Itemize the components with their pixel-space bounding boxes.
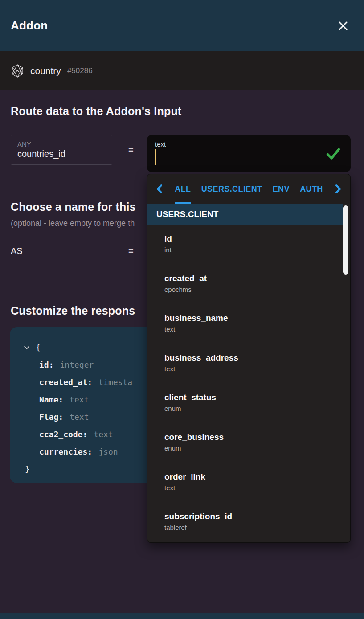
close-brace: }	[25, 464, 30, 474]
field-option-name: id	[164, 234, 350, 244]
schema-field-key: currencies:	[39, 447, 92, 456]
modal-header: Addon	[0, 0, 364, 51]
source-field-label: countries_id	[17, 148, 106, 160]
field-option-name: client_status	[164, 393, 350, 402]
field-option[interactable]: business_name text	[147, 304, 350, 344]
source-type-label: ANY	[17, 140, 106, 149]
tabs-scroll-right-button[interactable]	[333, 174, 343, 204]
field-option-type: epochms	[164, 286, 350, 293]
chevron-right-icon	[333, 184, 343, 194]
schema-field-key: cca2_code:	[39, 430, 87, 439]
close-button[interactable]	[335, 18, 351, 33]
tab-env[interactable]: ENV	[273, 174, 290, 204]
open-brace: {	[36, 343, 41, 352]
value-editor-overlay: text ALL USERS.CLIENT ENV AUTH	[147, 135, 351, 543]
field-option-type: text	[164, 365, 350, 373]
addon-id-badge: #50286	[67, 66, 93, 75]
field-option[interactable]: created_at epochms	[147, 265, 350, 304]
field-option-type: enum	[164, 444, 350, 452]
text-cursor	[155, 149, 156, 165]
field-option[interactable]: subscriptions_id tableref	[147, 503, 350, 542]
field-option-type: int	[164, 246, 350, 254]
field-option-type: text	[164, 484, 350, 492]
field-option-name: core_business	[164, 432, 350, 442]
close-icon	[337, 20, 349, 32]
panel-scrollbar-thumb[interactable]	[343, 205, 348, 275]
tab-auth[interactable]: AUTH	[300, 174, 323, 204]
schema-field-key: Name:	[39, 395, 63, 404]
schema-field-key: id:	[39, 360, 54, 369]
route-data-heading: Route data to the Addon's Input	[11, 105, 353, 118]
variable-picker-panel: ALL USERS.CLIENT ENV AUTH USERS.CLIENT i…	[147, 174, 351, 543]
addon-name: country	[30, 66, 61, 76]
page-title: Addon	[11, 19, 48, 33]
chevron-down-icon	[22, 343, 31, 352]
field-group-header[interactable]: USERS.CLIENT	[147, 204, 343, 225]
schema-field-key: created_at:	[39, 377, 92, 387]
chevron-left-icon	[155, 184, 164, 194]
field-option[interactable]: order_link text	[147, 463, 350, 503]
picker-tabs-bar: ALL USERS.CLIENT ENV AUTH	[147, 174, 350, 204]
schema-field-key: Flag:	[39, 412, 63, 422]
as-label: AS	[11, 246, 112, 256]
field-option-list: id int created_at epochms business_name …	[147, 225, 350, 542]
field-option[interactable]: core_business enum	[147, 423, 350, 463]
schema-field-type: text	[70, 412, 89, 422]
indent-guide-line	[26, 357, 26, 458]
field-option[interactable]: business_address text	[147, 344, 350, 384]
field-option[interactable]: client_status enum	[147, 384, 350, 423]
tab-all[interactable]: ALL	[175, 174, 191, 204]
field-option-type: text	[164, 325, 350, 333]
schema-field-type: text	[94, 430, 113, 439]
equals-sign: =	[128, 246, 134, 256]
input-type-label: text	[155, 140, 343, 148]
field-option-type: enum	[164, 405, 350, 412]
field-option-name: order_link	[164, 472, 350, 482]
valid-check-icon	[326, 147, 341, 160]
source-field-selector[interactable]: ANY countries_id	[11, 135, 112, 165]
field-option-name: business_address	[164, 353, 350, 363]
hexagon-addon-icon	[11, 64, 24, 78]
bottom-bar	[0, 613, 364, 619]
schema-field-type: text	[70, 395, 89, 404]
field-option-name: subscriptions_id	[164, 512, 350, 521]
field-option-name: business_name	[164, 313, 350, 323]
collapse-toggle-button[interactable]	[22, 343, 31, 352]
value-text-input[interactable]: text	[147, 135, 351, 172]
equals-sign: =	[128, 145, 134, 155]
schema-field-type: json	[98, 447, 118, 456]
addon-summary-row: country #50286	[0, 51, 364, 90]
schema-field-type: integer	[60, 360, 94, 369]
tab-users-client[interactable]: USERS.CLIENT	[201, 174, 262, 204]
schema-field-type: timesta	[98, 377, 132, 387]
field-option[interactable]: id int	[147, 225, 350, 265]
field-option-name: created_at	[164, 274, 350, 283]
field-option-type: tableref	[164, 524, 350, 531]
tabs-scroll-left-button[interactable]	[155, 174, 164, 204]
